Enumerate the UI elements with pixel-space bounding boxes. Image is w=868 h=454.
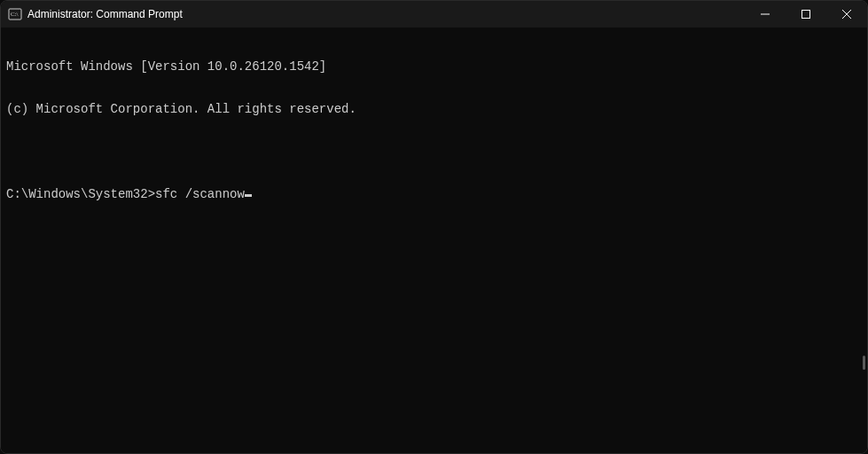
window-title: Administrator: Command Prompt <box>27 8 183 20</box>
version-line: Microsoft Windows [Version 10.0.26120.15… <box>6 59 862 74</box>
titlebar[interactable]: C:\ Administrator: Command Prompt <box>1 1 867 27</box>
copyright-line: (c) Microsoft Corporation. All rights re… <box>6 102 862 116</box>
maximize-button[interactable] <box>786 1 826 27</box>
window-controls <box>745 1 867 27</box>
command-prompt-window: C:\ Administrator: Command Prompt Micros… <box>0 0 868 454</box>
scrollbar-thumb[interactable] <box>863 356 865 370</box>
scrollbar[interactable] <box>860 27 865 453</box>
close-button[interactable] <box>826 1 867 27</box>
cursor-icon <box>245 194 252 197</box>
titlebar-left: C:\ Administrator: Command Prompt <box>1 7 745 21</box>
blank-line <box>6 145 862 159</box>
entered-command: sfc /scannow <box>155 187 245 201</box>
terminal-output[interactable]: Microsoft Windows [Version 10.0.26120.15… <box>1 27 867 453</box>
svg-rect-3 <box>802 11 810 19</box>
svg-text:C:\: C:\ <box>11 11 19 18</box>
minimize-button[interactable] <box>745 1 786 27</box>
prompt-path: C:\Windows\System32> <box>6 187 155 201</box>
command-prompt-icon: C:\ <box>8 7 22 21</box>
prompt-line: C:\Windows\System32>sfc /scannow <box>6 187 862 201</box>
